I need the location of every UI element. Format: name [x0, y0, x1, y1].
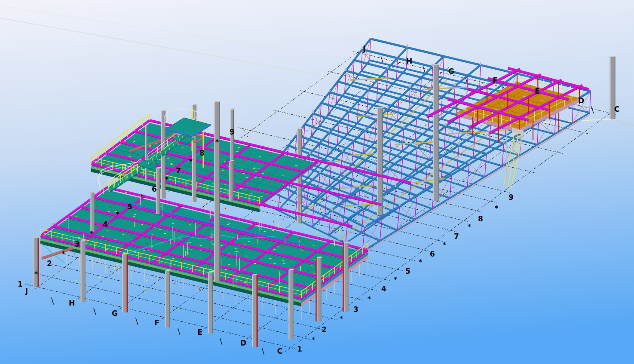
- grid-label-right-6: 6: [430, 250, 435, 258]
- grid-label-right-7: 7: [454, 232, 459, 241]
- grid-halfline-right-7: *: [468, 223, 471, 231]
- grid-label-left-3: 3: [75, 240, 80, 248]
- grid-halfline-right-8: *: [495, 205, 498, 212]
- grid-halfline-left-3: *: [90, 230, 93, 238]
- grid-label-right-1: 1: [297, 345, 302, 353]
- grid-halfline-left-6: *: [165, 176, 168, 184]
- model-3d-scene[interactable]: JHGFEDCJHGFEDC123456789123456789********…: [0, 0, 634, 364]
- grid-label-back-J: J: [363, 44, 366, 53]
- grid-label-left-6: 6: [152, 185, 157, 193]
- grid-label-right-9: 9: [508, 193, 514, 202]
- grid-halfline-right-6: *: [443, 241, 446, 249]
- grid-halfline-right-4: *: [394, 276, 397, 284]
- grid-label-left-7: 7: [176, 166, 181, 175]
- grid-label-front-D: D: [240, 339, 246, 347]
- grid-label-right-8: 8: [478, 214, 483, 223]
- grid-halfline-right-2: *: [340, 315, 343, 323]
- grid-label-left-4: 4: [103, 220, 108, 229]
- grid-halfline-right-1: *: [312, 336, 315, 344]
- grid-label-front-F: F: [154, 318, 159, 327]
- grid-halfline-left-8: *: [215, 138, 219, 146]
- grid-label-back-C: C: [614, 105, 619, 113]
- grid-label-back-F: F: [493, 76, 498, 85]
- grid-halfline-left-7: *: [189, 158, 193, 165]
- grid-label-left-8: 8: [199, 149, 205, 157]
- grid-label-front-J: J: [25, 287, 28, 295]
- grid-label-front-H: H: [69, 299, 75, 307]
- grid-label-right-5: 5: [405, 267, 410, 275]
- grid-halfline-left-5: *: [140, 193, 144, 201]
- grid-label-right-3: 3: [353, 305, 358, 314]
- grid-label-back-G: G: [448, 67, 454, 76]
- model-viewport[interactable]: JHGFEDCJHGFEDC123456789123456789********…: [0, 0, 634, 364]
- grid-label-left-9: 9: [230, 128, 235, 136]
- grid-label-right-2: 2: [322, 325, 327, 334]
- grid-label-back-D: D: [578, 96, 584, 105]
- grid-label-front-G: G: [112, 309, 118, 318]
- grid-label-right-4: 4: [381, 284, 386, 293]
- grid-label-left-1: 1: [18, 280, 23, 288]
- grid-label-left-2: 2: [47, 259, 52, 268]
- grid-halfline-left-2: *: [62, 250, 65, 258]
- grid-label-front-E: E: [197, 328, 202, 336]
- grid-halfline-right-3: *: [368, 295, 371, 303]
- grid-halfline-left-4: *: [116, 211, 119, 218]
- grid-label-back-E: E: [535, 87, 540, 95]
- grid-halfline-left-1: *: [34, 270, 38, 278]
- grid-label-front-C: C: [277, 347, 282, 355]
- grid-label-back-H: H: [406, 57, 412, 65]
- grid-halfline-right-5: *: [419, 258, 422, 266]
- grid-label-left-5: 5: [127, 202, 132, 211]
